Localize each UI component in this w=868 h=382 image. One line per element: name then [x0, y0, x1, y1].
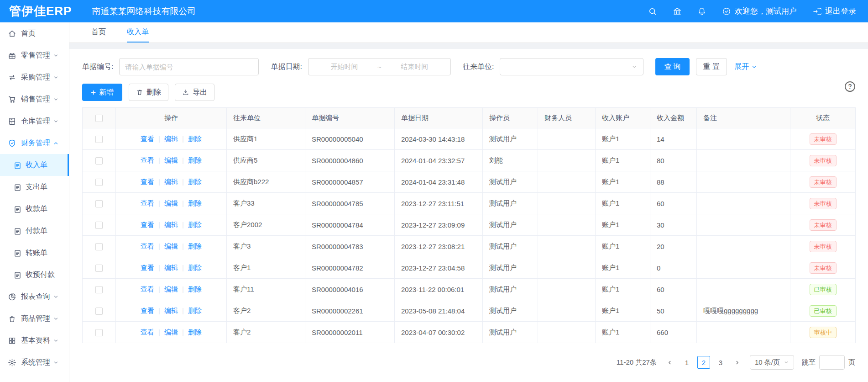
row-action-编辑[interactable]: 编辑: [164, 178, 178, 186]
add-button[interactable]: + 新增: [82, 84, 122, 101]
sidebar-item-home[interactable]: 首页: [0, 22, 69, 44]
row-checkbox[interactable]: [95, 308, 103, 315]
partner-select[interactable]: [500, 58, 643, 75]
row-action-删除[interactable]: 删除: [188, 307, 202, 314]
row-checkbox[interactable]: [95, 222, 103, 229]
bill-no-input-wrap: [119, 58, 259, 75]
row-checkbox[interactable]: [95, 286, 103, 293]
sidebar-item-receipt[interactable]: 收款单: [0, 198, 69, 220]
row-checkbox[interactable]: [95, 200, 103, 207]
row-checkbox[interactable]: [95, 179, 103, 186]
row-action-编辑[interactable]: 编辑: [164, 328, 178, 336]
search-icon[interactable]: [648, 7, 657, 16]
cell-bill-no: SR00000005040: [305, 128, 395, 150]
cell-finance-staff: [538, 300, 596, 322]
row-action-删除[interactable]: 删除: [188, 242, 202, 250]
next-page-button[interactable]: [731, 356, 744, 369]
sidebar-item-warehouse[interactable]: 仓库管理: [0, 110, 69, 132]
row-checkbox[interactable]: [95, 265, 103, 272]
row-action-编辑[interactable]: 编辑: [164, 135, 178, 143]
page-button-2[interactable]: 2: [697, 356, 710, 369]
status-badge: 未审核: [810, 155, 837, 166]
cell-partner: 客户33: [227, 193, 305, 214]
reset-button[interactable]: 重 置: [696, 58, 727, 75]
row-action-查看[interactable]: 查看: [141, 156, 154, 164]
help-icon[interactable]: ?: [845, 81, 855, 92]
page-size-select[interactable]: 10 条/页: [750, 355, 794, 370]
row-checkbox[interactable]: [95, 136, 103, 143]
date-range-picker[interactable]: 开始时间 ~ 结束时间: [308, 58, 451, 75]
tab-收入单[interactable]: 收入单: [127, 22, 149, 42]
row-action-编辑[interactable]: 编辑: [164, 307, 178, 314]
sidebar-item-payment[interactable]: 付款单: [0, 220, 69, 242]
pie-chart-icon: [8, 292, 16, 301]
bill-no-input[interactable]: [125, 63, 253, 71]
cell-income-amount: 60: [650, 279, 697, 300]
row-action-删除[interactable]: 删除: [188, 328, 202, 336]
sidebar-item-finance[interactable]: 财务管理: [0, 132, 69, 154]
sidebar-item-expense[interactable]: 支出单: [0, 176, 69, 198]
sidebar-item-label: 收入单: [26, 160, 47, 170]
row-action-删除[interactable]: 删除: [188, 199, 202, 207]
row-checkbox[interactable]: [95, 157, 103, 164]
sidebar-item-goods[interactable]: 商品管理: [0, 308, 69, 329]
row-action-删除[interactable]: 删除: [188, 135, 202, 143]
page-button-3[interactable]: 3: [714, 356, 727, 369]
bell-icon[interactable]: [697, 7, 706, 16]
sidebar-item-retail[interactable]: 零售管理: [0, 44, 69, 66]
sidebar-item-system[interactable]: 系统管理: [0, 351, 69, 373]
row-action-编辑[interactable]: 编辑: [164, 285, 178, 293]
sidebar-item-reports[interactable]: 报表查询: [0, 286, 69, 308]
header-bill-no: 单据编号: [305, 108, 395, 128]
row-action-查看[interactable]: 查看: [141, 221, 154, 228]
row-action-查看[interactable]: 查看: [141, 328, 154, 336]
row-action-查看[interactable]: 查看: [141, 242, 154, 250]
prev-page-button[interactable]: [664, 356, 676, 369]
jump-page-input[interactable]: [819, 355, 845, 370]
sidebar-item-sales[interactable]: 销售管理: [0, 88, 69, 110]
sidebar-item-transfer[interactable]: 转账单: [0, 242, 69, 264]
user-welcome[interactable]: 欢迎您，测试用户: [722, 6, 797, 16]
select-all-checkbox[interactable]: [95, 115, 103, 122]
cell-income-amount: 50: [650, 300, 697, 322]
row-action-编辑[interactable]: 编辑: [164, 156, 178, 164]
row-action-删除[interactable]: 删除: [188, 221, 202, 228]
row-action-查看[interactable]: 查看: [141, 178, 154, 186]
row-action-删除[interactable]: 删除: [188, 264, 202, 271]
row-action-删除[interactable]: 删除: [188, 285, 202, 293]
sidebar-item-advance[interactable]: 收预付款: [0, 264, 69, 286]
row-action-编辑[interactable]: 编辑: [164, 221, 178, 228]
row-action-删除[interactable]: 删除: [188, 156, 202, 164]
row-action-编辑[interactable]: 编辑: [164, 199, 178, 207]
cell-bill-no: SR00000002261: [305, 300, 395, 322]
row-action-查看[interactable]: 查看: [141, 135, 154, 143]
search-button[interactable]: 查 询: [655, 58, 689, 75]
tab-首页[interactable]: 首页: [91, 22, 106, 42]
row-action-查看[interactable]: 查看: [141, 264, 154, 271]
expand-link[interactable]: 展开: [734, 62, 757, 72]
row-checkbox[interactable]: [95, 329, 103, 336]
cell-remark: [697, 128, 790, 150]
row-action-编辑[interactable]: 编辑: [164, 264, 178, 271]
action-separator: |: [182, 156, 184, 164]
export-button[interactable]: 导出: [175, 84, 214, 101]
row-action-查看[interactable]: 查看: [141, 199, 154, 207]
row-action-删除[interactable]: 删除: [188, 178, 202, 186]
sidebar-item-purchase[interactable]: 采购管理: [0, 66, 69, 88]
cell-finance-staff: [538, 128, 596, 150]
sidebar-item-basic[interactable]: 基本资料: [0, 329, 69, 351]
row-action-查看[interactable]: 查看: [141, 307, 154, 314]
cell-status: 未审核: [790, 193, 856, 214]
sidebar-item-income[interactable]: 收入单: [0, 154, 69, 176]
page-button-1[interactable]: 1: [680, 356, 693, 369]
logout-button[interactable]: 退出登录: [812, 6, 856, 16]
cell-bill-date: 2023-12-27 23:08:21: [395, 236, 483, 257]
row-action-查看[interactable]: 查看: [141, 285, 154, 293]
row-action-编辑[interactable]: 编辑: [164, 242, 178, 250]
delete-button[interactable]: 删除: [129, 84, 168, 101]
cell-income-amount: 660: [650, 322, 697, 343]
row-checkbox[interactable]: [95, 243, 103, 250]
cell-bill-date: 2023-11-22 00:06:01: [395, 279, 483, 300]
action-separator: |: [182, 199, 184, 207]
bank-icon[interactable]: [673, 7, 682, 16]
